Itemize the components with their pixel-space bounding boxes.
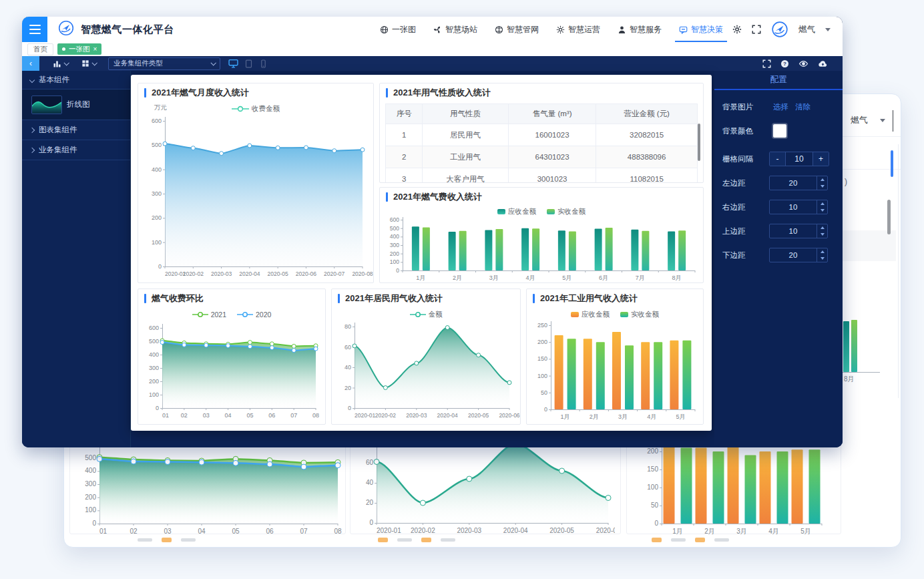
table-cell: 大客户用气 xyxy=(423,168,509,184)
margin-right-input[interactable]: 10 xyxy=(769,200,828,214)
data-point-marker xyxy=(233,460,238,465)
line-chart-fee-huanbi: 01002003004005006000102030405060708 xyxy=(138,321,325,421)
globe-icon xyxy=(380,25,389,34)
bg-image-select-button[interactable]: 选择 xyxy=(773,102,788,112)
spinner-up-button[interactable] xyxy=(817,176,827,183)
legend-item[interactable]: 应收金额 xyxy=(497,207,536,216)
margin-left-input[interactable]: 20 xyxy=(769,176,828,190)
legend-item[interactable]: 实收金额 xyxy=(547,207,586,216)
spinner-down-button[interactable] xyxy=(817,231,827,238)
data-point-marker xyxy=(276,146,280,150)
hamburger-menu-button[interactable] xyxy=(22,17,47,42)
legend-item[interactable]: 2020 xyxy=(237,311,271,319)
sidebar-group-business[interactable]: 业务集组件 xyxy=(22,140,130,160)
legend-line-icon xyxy=(410,311,426,318)
title-accent-bar xyxy=(144,294,146,303)
gear-icon xyxy=(556,25,565,34)
grid-gap-value[interactable]: 10 xyxy=(785,152,813,166)
settings-gear-icon[interactable] xyxy=(732,25,742,34)
spinner-up-button[interactable] xyxy=(817,224,827,231)
svg-text:01: 01 xyxy=(99,528,107,535)
scrollbar[interactable] xyxy=(891,150,893,177)
increment-button[interactable]: + xyxy=(813,152,829,166)
sidebar-group-chartsets[interactable]: 图表集组件 xyxy=(22,120,130,140)
svg-text:600: 600 xyxy=(390,217,399,223)
component-type-dropdown[interactable]: 业务集组件类型 xyxy=(108,57,220,70)
help-icon[interactable]: ? xyxy=(780,59,789,68)
nav-item-station[interactable]: 智慧场站 xyxy=(433,17,477,42)
svg-text:3月: 3月 xyxy=(736,528,747,535)
tab-active[interactable]: 一张图 × xyxy=(57,43,101,55)
app-window: 智慧燃气一体化平台 一张图 智慧场站 智慧管网 智慧运营 智慧服务 xyxy=(22,17,843,447)
chevron-right-icon xyxy=(29,127,35,132)
fan-icon xyxy=(433,25,442,34)
legend-item[interactable]: 2021 xyxy=(192,311,226,319)
decrement-button[interactable]: - xyxy=(770,152,785,166)
navbar-actions: 燃气 xyxy=(732,21,831,38)
svg-text:200: 200 xyxy=(647,447,658,455)
sidebar-group-basic[interactable]: 基本组件 xyxy=(22,71,130,89)
chevron-down-icon xyxy=(63,60,69,65)
nav-item-decision[interactable]: 智慧决策 xyxy=(679,17,723,42)
svg-text:100: 100 xyxy=(149,391,159,398)
title-accent-bar xyxy=(144,88,146,98)
nav-item-operations[interactable]: 智慧运营 xyxy=(556,17,600,42)
x-axis: 0102030405060708 xyxy=(162,408,319,419)
close-icon[interactable]: × xyxy=(93,46,97,53)
legend-item[interactable]: 应收金额 xyxy=(571,310,610,319)
toolbar-right-actions: ? xyxy=(762,56,828,71)
series-area xyxy=(165,144,363,266)
legend-item[interactable]: 金额 xyxy=(410,310,443,319)
legend-item[interactable]: 收费金额 xyxy=(232,104,280,114)
bg-image-clear-button[interactable]: 清除 xyxy=(795,102,811,112)
fullscreen-icon[interactable] xyxy=(752,25,761,34)
svg-text:07: 07 xyxy=(290,412,297,419)
cloud-upload-icon[interactable] xyxy=(818,59,828,68)
margin-top-input[interactable]: 10 xyxy=(769,224,828,238)
spinner-up-button[interactable] xyxy=(817,248,827,255)
chat-icon xyxy=(679,25,688,34)
background-user-menu[interactable]: 燃气 xyxy=(851,114,885,126)
phone-icon[interactable] xyxy=(259,59,268,68)
bg-color-swatch[interactable] xyxy=(773,124,786,138)
series-area xyxy=(377,444,608,524)
caret-down-icon xyxy=(880,119,885,122)
scrollbar[interactable] xyxy=(887,200,891,234)
svg-text:400: 400 xyxy=(152,166,162,173)
svg-text:50: 50 xyxy=(541,389,547,396)
nav-item-service[interactable]: 智慧服务 xyxy=(618,17,662,42)
spinner-down-button[interactable] xyxy=(817,183,827,190)
spinner-up-button[interactable] xyxy=(817,200,827,207)
collapse-sidebar-button[interactable]: ‹ xyxy=(22,56,39,71)
svg-text:50: 50 xyxy=(651,502,659,509)
chart-components-menu[interactable] xyxy=(53,59,68,68)
svg-text:5月: 5月 xyxy=(800,528,811,535)
nav-item-pipeline[interactable]: 智慧管网 xyxy=(495,17,539,42)
spinner-down-button[interactable] xyxy=(817,207,827,214)
legend-item[interactable]: 实收金额 xyxy=(620,310,659,319)
svg-text:04: 04 xyxy=(225,412,232,419)
fullscreen-icon[interactable] xyxy=(762,59,771,68)
monitor-icon[interactable] xyxy=(228,59,238,68)
axis-label-fragment: 8月 xyxy=(844,375,855,384)
preview-eye-icon[interactable] xyxy=(798,59,808,68)
y-axis: 0100200300400500600 xyxy=(390,217,403,274)
x-axis: 2020-012020-022020-032020-042020-052020-… xyxy=(377,523,615,534)
margin-bottom-input[interactable]: 20 xyxy=(769,248,828,262)
svg-text:20: 20 xyxy=(344,385,351,391)
widget-components-menu[interactable] xyxy=(81,59,96,67)
sidebar-item-line-chart[interactable]: 折线图 xyxy=(22,89,130,120)
scrollbar[interactable] xyxy=(698,124,700,161)
legend-line-icon xyxy=(237,311,253,318)
tab-home[interactable]: 首页 xyxy=(27,43,53,55)
spinner-down-button[interactable] xyxy=(817,255,827,262)
user-menu[interactable]: 燃气 xyxy=(798,24,815,35)
svg-text:6月: 6月 xyxy=(599,274,608,281)
caret-down-icon[interactable] xyxy=(825,28,831,31)
nav-item-map[interactable]: 一张图 xyxy=(380,17,416,42)
tablet-icon[interactable] xyxy=(244,59,253,68)
svg-text:02: 02 xyxy=(130,528,138,535)
config-row-margin-right: 右边距 10 xyxy=(722,200,836,214)
svg-text:2020-03: 2020-03 xyxy=(211,270,232,277)
svg-text:03: 03 xyxy=(164,528,172,535)
